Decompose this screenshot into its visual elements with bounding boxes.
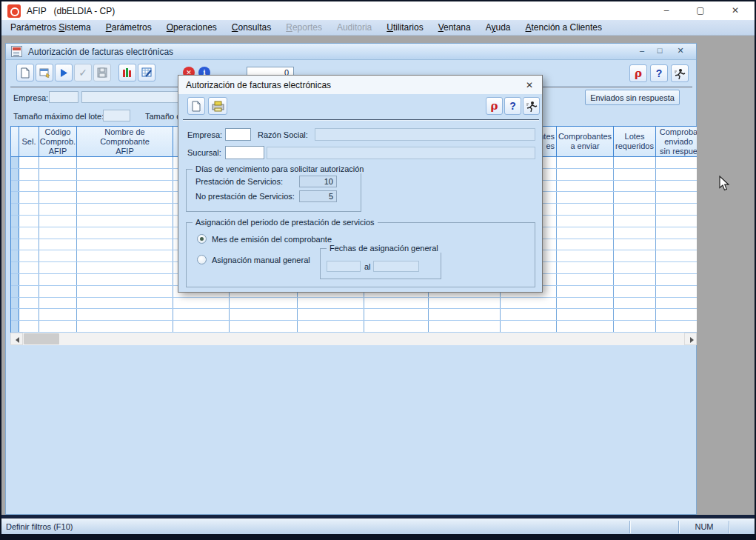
grid-row-indicator[interactable]: [11, 157, 19, 168]
status-columns-button[interactable]: [118, 64, 136, 81]
grid-cell[interactable]: [557, 239, 614, 250]
grid-row[interactable]: [11, 309, 697, 321]
grid-cell[interactable]: [77, 216, 173, 227]
grid-cell[interactable]: [656, 169, 697, 180]
grid-header-comproba[interactable]: Comproba enviado sin respue: [656, 127, 697, 156]
grid-cell[interactable]: [614, 250, 656, 261]
grid-cell[interactable]: [557, 286, 614, 297]
grid-cell[interactable]: [656, 192, 697, 203]
new-document-button[interactable]: [16, 64, 34, 81]
grid-cell[interactable]: [614, 309, 656, 320]
grid-cell[interactable]: [614, 169, 656, 180]
grid-cell[interactable]: [19, 181, 39, 192]
grid-cell[interactable]: [19, 157, 39, 168]
menu-item-atenci-n-a-clientes[interactable]: Atención a Clientes: [518, 20, 609, 35]
grid-cell[interactable]: [39, 169, 77, 180]
app-close-button[interactable]: ✕: [717, 1, 753, 20]
dialog-sucursal-input[interactable]: [225, 146, 264, 159]
grid-cell[interactable]: [77, 309, 173, 320]
grid-cell[interactable]: [557, 321, 614, 332]
grid-cell[interactable]: [19, 274, 39, 285]
grid-cell[interactable]: [39, 321, 77, 332]
grid-cell[interactable]: [77, 321, 173, 332]
grid-cell[interactable]: [614, 192, 656, 203]
grid-cell[interactable]: [557, 274, 614, 285]
grid-cell[interactable]: [77, 181, 173, 192]
grid-cell[interactable]: [19, 309, 39, 320]
grid-cell[interactable]: [298, 298, 364, 309]
grid-cell[interactable]: [656, 250, 697, 261]
menu-item-consultas[interactable]: Consultas: [224, 20, 278, 35]
scroll-left-arrow[interactable]: [10, 333, 23, 345]
menu-item-par-metros[interactable]: Parámetros: [98, 20, 159, 35]
enviados-sin-respuesta-button[interactable]: Enviados sin respuesta: [585, 90, 680, 105]
grid-cell[interactable]: [557, 216, 614, 227]
grid-cell[interactable]: [501, 321, 557, 332]
grid-row-indicator[interactable]: [11, 250, 19, 261]
grid-cell[interactable]: [230, 309, 298, 320]
grid-row-indicator[interactable]: [11, 181, 19, 192]
grid-cell[interactable]: [656, 274, 697, 285]
grid-cell[interactable]: [614, 181, 656, 192]
horizontal-scrollbar[interactable]: [10, 333, 697, 345]
grid-cell[interactable]: [656, 262, 697, 273]
grid-cell[interactable]: [557, 192, 614, 203]
grid-cell[interactable]: [614, 262, 656, 273]
grid-cell[interactable]: [429, 321, 501, 332]
menu-item-par-metros-sistema[interactable]: Parámetros Sistema: [3, 20, 98, 35]
grid-cell[interactable]: [614, 286, 656, 297]
grid-cell[interactable]: [557, 169, 614, 180]
grid-row-indicator[interactable]: [11, 204, 19, 215]
grid-cell[interactable]: [230, 298, 298, 309]
grid-cell[interactable]: [656, 321, 697, 332]
grid-cell[interactable]: [39, 309, 77, 320]
grid-cell[interactable]: [77, 286, 173, 297]
grid-cell[interactable]: [77, 157, 173, 168]
grid-row-indicator[interactable]: [11, 286, 19, 297]
grid-cell[interactable]: [614, 227, 656, 239]
radio-mes-emision[interactable]: [197, 234, 207, 244]
grid-cell[interactable]: [557, 204, 614, 215]
grid-cell[interactable]: [656, 309, 697, 320]
grid-cell[interactable]: [39, 274, 77, 285]
grid-cell[interactable]: [614, 204, 656, 215]
grid-row-indicator[interactable]: [11, 227, 19, 239]
grid-cell[interactable]: [39, 239, 77, 250]
grid-row[interactable]: [11, 298, 697, 310]
save-button[interactable]: [93, 64, 111, 81]
grid-cell[interactable]: [230, 321, 298, 332]
grid-cell[interactable]: [557, 250, 614, 261]
grid-cell[interactable]: [77, 169, 173, 180]
grid-cell[interactable]: [39, 298, 77, 309]
grid-cell[interactable]: [173, 309, 230, 320]
grid-cell[interactable]: [364, 298, 429, 309]
grid-cell[interactable]: [298, 309, 364, 320]
dialog-exit-button[interactable]: [523, 97, 540, 115]
grid-cell[interactable]: [77, 204, 173, 215]
dialog-empresa-input[interactable]: [225, 128, 251, 141]
grid-header-comprobantes[interactable]: Comprobantes a enviar: [557, 127, 614, 156]
grid-row-indicator[interactable]: [11, 239, 19, 250]
grid-cell[interactable]: [77, 250, 173, 261]
grid-cell[interactable]: [557, 157, 614, 168]
grid-cell[interactable]: [429, 298, 501, 309]
grid-cell[interactable]: [19, 239, 39, 250]
grid-cell[interactable]: [364, 321, 429, 332]
child-maximize-button[interactable]: □: [653, 45, 666, 57]
grid-cell[interactable]: [39, 192, 77, 203]
grid-cell[interactable]: [656, 227, 697, 239]
dialog-filter-button[interactable]: ρ: [486, 97, 503, 115]
run-button[interactable]: [55, 64, 73, 81]
grid-cell[interactable]: [501, 309, 557, 320]
grid-cell[interactable]: [39, 216, 77, 227]
grid-cell[interactable]: [39, 181, 77, 192]
radio-asignacion-manual[interactable]: [197, 255, 207, 264]
dialog-print-button[interactable]: [208, 97, 227, 115]
confirm-button[interactable]: ✓: [74, 64, 92, 81]
grid-header-col-0[interactable]: [11, 127, 19, 156]
grid-cell[interactable]: [77, 192, 173, 203]
grid-cell[interactable]: [557, 227, 614, 239]
grid-cell[interactable]: [19, 286, 39, 297]
grid-cell[interactable]: [656, 204, 697, 215]
grid-cell[interactable]: [19, 262, 39, 273]
